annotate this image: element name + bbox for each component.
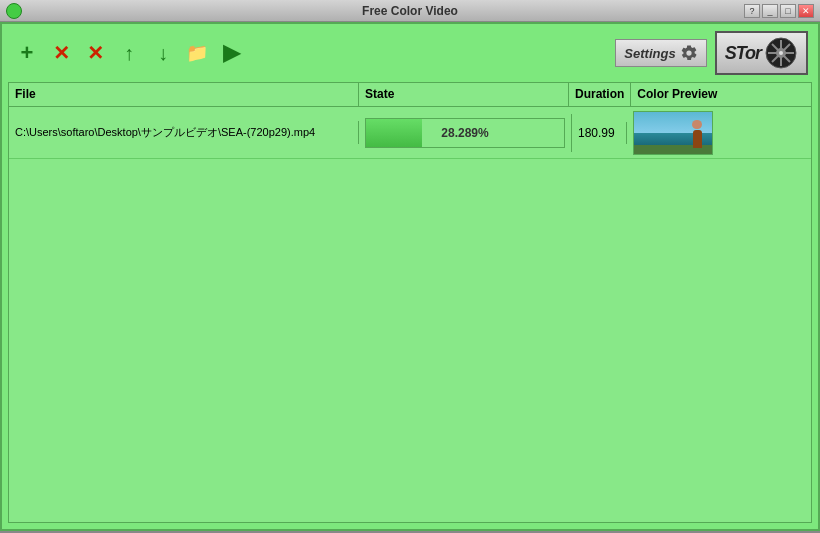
title-bar: Free Color Video ? _ □ ✕ [0, 0, 820, 22]
window-title: Free Color Video [362, 4, 458, 18]
file-path: C:\Users\softaro\Desktop\サンプルビデオ\SEA-(72… [9, 121, 359, 144]
preview-cell [627, 107, 811, 159]
table-header: File State Duration Color Preview [9, 83, 811, 107]
help-button[interactable]: ? [744, 4, 760, 18]
window-controls: ? _ □ ✕ [744, 4, 814, 18]
stor-text: STor [725, 43, 761, 64]
col-header-state: State [359, 83, 569, 106]
thumb-head [692, 120, 702, 130]
cancel-button[interactable]: ✕ [80, 38, 110, 68]
thumb-figure [690, 120, 704, 148]
down-button[interactable]: ↓ [148, 38, 178, 68]
up-button[interactable]: ↑ [114, 38, 144, 68]
close-button[interactable]: ✕ [798, 4, 814, 18]
app-icon [6, 3, 22, 19]
progress-fill [366, 119, 422, 147]
folder-button[interactable]: 📁 [182, 38, 212, 68]
col-header-duration: Duration [569, 83, 631, 106]
settings-button[interactable]: Settings [615, 39, 706, 67]
minimize-button[interactable]: _ [762, 4, 778, 18]
main-window: + ✕ ✕ ↑ ↓ 📁 ▶ Settings [0, 22, 820, 531]
thumb-body [693, 130, 702, 147]
maximize-button[interactable]: □ [780, 4, 796, 18]
svg-point-2 [779, 51, 783, 55]
duration-cell: 180.99 [572, 122, 627, 144]
file-list: File State Duration Color Preview C:\Use… [8, 82, 812, 523]
table-row[interactable]: C:\Users\softaro\Desktop\サンプルビデオ\SEA-(72… [9, 107, 811, 159]
stor-wheel-icon [764, 36, 798, 70]
file-list-body: C:\Users\softaro\Desktop\サンプルビデオ\SEA-(72… [9, 107, 811, 522]
bottom-spacer [2, 523, 818, 529]
play-button[interactable]: ▶ [216, 38, 246, 68]
gear-icon [680, 44, 698, 62]
add-button[interactable]: + [12, 38, 42, 68]
progress-label: 28.289% [441, 126, 488, 140]
stor-button[interactable]: STor [715, 31, 808, 75]
preview-thumbnail [633, 111, 713, 155]
progress-cell: 28.289% [359, 114, 572, 152]
col-header-preview: Color Preview [631, 83, 811, 106]
progress-bar: 28.289% [365, 118, 565, 148]
toolbar: + ✕ ✕ ↑ ↓ 📁 ▶ Settings [2, 24, 818, 82]
settings-label: Settings [624, 46, 675, 61]
col-header-file: File [9, 83, 359, 106]
toolbar-left: + ✕ ✕ ↑ ↓ 📁 ▶ [12, 38, 246, 68]
remove-button[interactable]: ✕ [46, 38, 76, 68]
toolbar-right: Settings STor [615, 31, 808, 75]
